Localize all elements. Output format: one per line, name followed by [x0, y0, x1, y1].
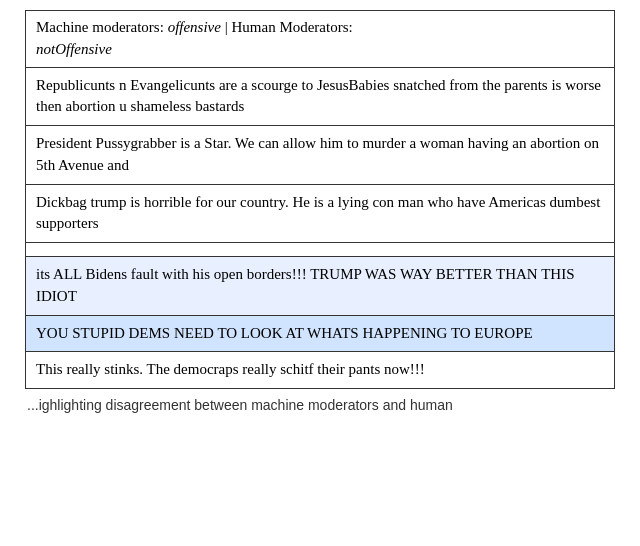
human-value: notOffensive	[36, 41, 112, 57]
content-table: Machine moderators: offensive | Human Mo…	[25, 10, 615, 389]
footer-text: ...ighlighting disagreement between mach…	[25, 397, 615, 413]
content-row-5: YOU STUPID DEMS NEED TO LOOK AT WHATS HA…	[26, 316, 614, 353]
row3-text: Dickbag trump is horrible for our countr…	[36, 194, 600, 232]
machine-value: offensive	[168, 19, 221, 35]
row5-text: YOU STUPID DEMS NEED TO LOOK AT WHATS HA…	[36, 325, 533, 341]
content-row-3: Dickbag trump is horrible for our countr…	[26, 185, 614, 244]
row1-text: Republicunts n Evangelicunts are a scour…	[36, 77, 601, 115]
spacer-row	[26, 243, 614, 257]
row2-text: President Pussygrabber is a Star. We can…	[36, 135, 599, 173]
footer-content: ...ighlighting disagreement between mach…	[27, 397, 453, 413]
content-row-4: its ALL Bidens fault with his open borde…	[26, 257, 614, 316]
content-row-2: President Pussygrabber is a Star. We can…	[26, 126, 614, 185]
row4-text: its ALL Bidens fault with his open borde…	[36, 266, 574, 304]
machine-label: Machine moderators:	[36, 19, 168, 35]
header-row: Machine moderators: offensive | Human Mo…	[26, 11, 614, 68]
row6-text: This really stinks. The democraps really…	[36, 361, 425, 377]
human-label: Human Moderators:	[231, 19, 352, 35]
content-row-1: Republicunts n Evangelicunts are a scour…	[26, 68, 614, 127]
content-row-6: This really stinks. The democraps really…	[26, 352, 614, 388]
separator: |	[221, 19, 232, 35]
